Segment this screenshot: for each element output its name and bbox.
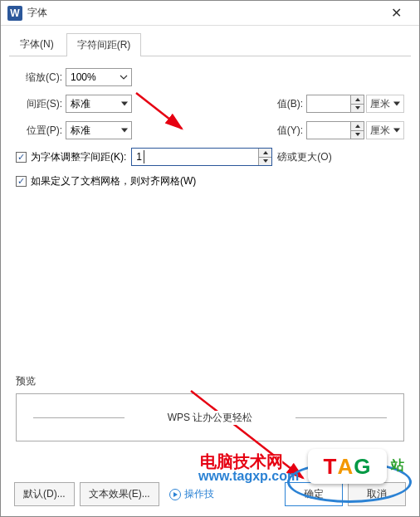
tag-letter-g: G xyxy=(354,454,371,480)
kerning-spinner[interactable]: 1 xyxy=(131,148,272,166)
preview-section: 预览 WPS 让办公更轻松 xyxy=(16,374,404,441)
tips-link[interactable]: 操作技 xyxy=(169,487,214,501)
preview-title: 预览 xyxy=(16,374,404,388)
caret-down-icon xyxy=(121,102,128,106)
dialog-content: 字体(N) 字符间距(R) 缩放(C): 100% 间距(S): 标准 xyxy=(1,26,419,203)
unitB-value: 厘米 xyxy=(370,97,390,111)
spacing-value: 标准 xyxy=(71,97,90,111)
row-spacing: 间距(S): 标准 值(B): 厘米 xyxy=(16,95,404,113)
scale-label: 缩放(C): xyxy=(16,71,62,85)
kerning-label: 为字体调整字间距(K): xyxy=(31,150,126,164)
valY-spin-down[interactable] xyxy=(351,131,364,139)
spacing-combo[interactable]: 标准 xyxy=(66,95,132,113)
valY-label: 值(Y): xyxy=(277,124,303,138)
position-value-group: 值(Y): 厘米 xyxy=(277,121,404,139)
valB-spin-down[interactable] xyxy=(351,105,364,113)
valB-spinner[interactable] xyxy=(306,95,364,113)
position-label: 位置(P): xyxy=(16,124,62,138)
text-cursor xyxy=(144,150,144,163)
caret-down-icon xyxy=(393,129,400,133)
grid-checkbox[interactable]: ✓ xyxy=(16,176,27,187)
kerning-spin-buttons[interactable] xyxy=(258,149,271,165)
kerning-checkbox[interactable]: ✓ xyxy=(16,152,27,163)
valB-spin-buttons[interactable] xyxy=(350,95,364,112)
preview-text: WPS 让办公更轻松 xyxy=(156,411,265,425)
triangle-up-icon xyxy=(263,151,268,154)
scale-value: 100% xyxy=(71,71,96,83)
tag-extra-text: 站 xyxy=(391,457,404,475)
valY-spin-up[interactable] xyxy=(351,122,364,131)
close-button[interactable]: ✕ xyxy=(379,2,413,25)
triangle-up-icon xyxy=(355,98,360,101)
tag-letter-t: T xyxy=(324,454,338,480)
unitY-value: 厘米 xyxy=(370,124,390,138)
unitB-dropdown[interactable]: 厘米 xyxy=(366,95,404,113)
text-effects-button[interactable]: 文本效果(E)... xyxy=(80,482,159,506)
position-combo[interactable]: 标准 xyxy=(66,121,132,139)
tab-body: 缩放(C): 100% 间距(S): 标准 值(B): xyxy=(9,56,411,203)
app-icon: W xyxy=(7,6,22,21)
spacing-label: 间距(S): xyxy=(16,97,62,111)
kerning-spin-up[interactable] xyxy=(259,149,271,158)
caret-down-icon xyxy=(121,129,128,133)
play-icon xyxy=(169,489,181,500)
valB-label: 值(B): xyxy=(277,97,303,111)
triangle-down-icon xyxy=(355,133,360,136)
spacing-value-group: 值(B): 厘米 xyxy=(277,95,404,113)
close-icon: ✕ xyxy=(391,5,402,21)
row-grid: ✓ 如果定义了文档网格，则对齐网格(W) xyxy=(16,174,404,188)
tag-letter-a: A xyxy=(337,454,354,480)
kerning-value: 1 xyxy=(136,151,142,163)
valY-spin-buttons[interactable] xyxy=(350,122,364,139)
scale-combo[interactable]: 100% xyxy=(66,68,132,86)
preview-box: WPS 让办公更轻松 xyxy=(16,393,404,441)
caret-down-icon xyxy=(393,102,400,106)
row-kerning: ✓ 为字体调整字间距(K): 1 磅或更大(O) xyxy=(16,148,404,166)
tag-badge: T A G xyxy=(308,449,387,484)
watermark-url: www.tagxp.com xyxy=(198,469,299,484)
window-title: 字体 xyxy=(27,6,379,20)
valB-spin-up[interactable] xyxy=(351,95,364,105)
grid-label: 如果定义了文档网格，则对齐网格(W) xyxy=(31,174,196,188)
triangle-up-icon xyxy=(355,124,360,128)
titlebar: W 字体 ✕ xyxy=(1,1,419,26)
row-position: 位置(P): 标准 值(Y): 厘米 xyxy=(16,121,404,139)
position-value: 标准 xyxy=(71,124,90,138)
chevron-down-icon xyxy=(120,75,128,81)
tab-font[interactable]: 字体(N) xyxy=(9,32,65,56)
kerning-spin-down[interactable] xyxy=(259,158,271,166)
tab-char-spacing[interactable]: 字符间距(R) xyxy=(66,33,142,56)
font-dialog: W 字体 ✕ 字体(N) 字符间距(R) 缩放(C): 100% 间距(S): xyxy=(0,0,420,517)
valY-spinner[interactable] xyxy=(306,121,364,139)
kerning-trail-label: 磅或更大(O) xyxy=(277,150,331,164)
tab-bar: 字体(N) 字符间距(R) xyxy=(9,32,411,56)
unitY-dropdown[interactable]: 厘米 xyxy=(366,121,404,139)
default-button[interactable]: 默认(D)... xyxy=(14,482,75,506)
row-scale: 缩放(C): 100% xyxy=(16,68,404,86)
triangle-down-icon xyxy=(355,106,360,110)
triangle-down-icon xyxy=(263,159,268,163)
tips-label: 操作技 xyxy=(184,487,214,501)
